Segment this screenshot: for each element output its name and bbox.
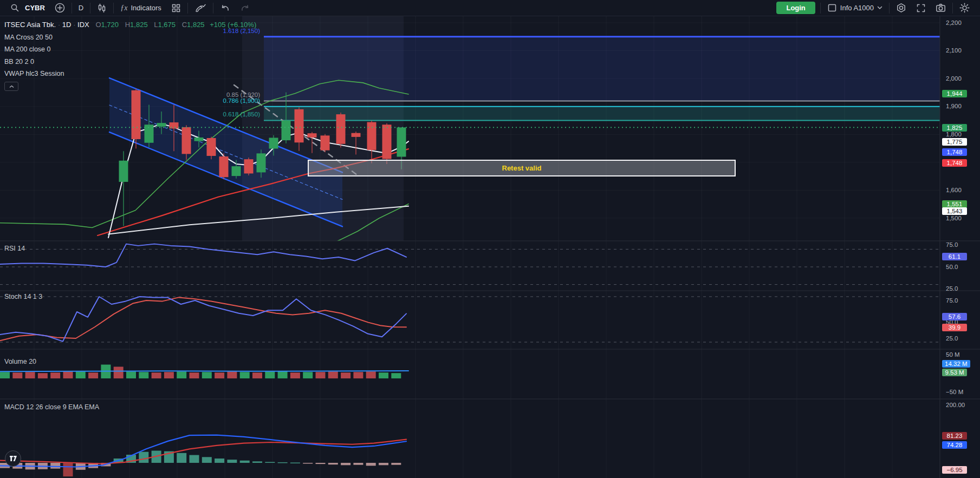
indicator-row-bb[interactable]: BB 20 2 0 (4, 58, 256, 66)
retest-annotation-box[interactable]: Retest valid (308, 160, 736, 176)
axis-label: 75.0 (946, 297, 958, 304)
grid-layout-icon (171, 3, 181, 13)
chart-style-button[interactable] (92, 0, 112, 16)
toolbar-separator (820, 3, 821, 14)
indicator-templates-button[interactable] (166, 0, 186, 16)
price-badge: 1,825 (942, 124, 967, 132)
candle (244, 159, 254, 173)
volume-pane (0, 365, 408, 378)
macd-pane (0, 435, 406, 477)
rsi-pane (0, 244, 940, 285)
candlestick-icon (97, 3, 107, 13)
undo-arrow-icon (220, 4, 230, 12)
price-badge: 81.23 (942, 432, 967, 440)
login-button[interactable]: Login (776, 2, 815, 14)
axis-label: −50 M (946, 389, 963, 395)
fullscreen-icon (916, 3, 926, 13)
axis-label: 1,600 (946, 187, 962, 193)
interval-value[interactable]: 1D (62, 21, 72, 29)
symbol-search-button[interactable]: CYBR (5, 0, 50, 16)
stoch-pane-title[interactable]: Stoch 14 1 3 (4, 293, 42, 300)
price-badge: 9.53 M (942, 369, 967, 376)
candle (367, 122, 377, 150)
indicators-label: Indicators (131, 4, 161, 12)
redo-button[interactable] (235, 0, 255, 16)
price-badge: 1,748 (942, 148, 967, 156)
search-icon (10, 3, 20, 12)
tradingview-logo[interactable] (5, 450, 21, 467)
camera-icon (936, 3, 946, 12)
candle (382, 125, 392, 159)
rsi-pane-title[interactable]: RSI 14 (4, 245, 25, 252)
drawing-tools-button[interactable] (190, 0, 211, 16)
single-layout-icon (827, 3, 837, 12)
axis-label: 50 M (946, 351, 960, 358)
interval-button[interactable]: D (74, 0, 88, 16)
price-badge: 1,748 (942, 159, 967, 167)
toolbar-right-group: Login Info A1000 (776, 0, 975, 16)
candle (232, 166, 241, 176)
redo-arrow-icon (240, 4, 250, 12)
interval-label: D (79, 4, 83, 12)
symbol-info-row[interactable]: ITSEC Asia Tbk.·1D·IDX O1,720 H1,825 L1,… (4, 21, 256, 29)
toolbar-separator (889, 3, 890, 14)
price-badge: −6.95 (942, 466, 967, 474)
candle (397, 127, 406, 156)
axis-label: 75.0 (946, 241, 958, 248)
price-badge: 74.28 (942, 441, 967, 449)
fib-level-label: 0.786 (1,900) (223, 97, 260, 104)
fib-level-label: 0.618 (1,850) (223, 111, 260, 117)
symbol-name[interactable]: ITSEC Asia Tbk. (4, 21, 56, 29)
toolbar-separator (213, 3, 213, 14)
symbol-ticker: CYBR (23, 4, 45, 12)
candle (194, 137, 204, 141)
axis-label: 1,900 (946, 103, 962, 109)
candle (157, 123, 166, 127)
low-value: 1,675 (158, 21, 176, 29)
undo-button[interactable] (215, 0, 235, 16)
fx-icon: ƒx (120, 4, 127, 12)
indicator-row-ma200[interactable]: MA 200 close 0 (4, 45, 256, 53)
axis-label: 1,800 (946, 131, 962, 137)
layout-select[interactable]: Info A1000 (822, 0, 887, 16)
volume-pane-title[interactable]: Volume 20 (4, 358, 36, 365)
plus-circle-icon (55, 3, 65, 13)
snapshot-button[interactable] (931, 0, 951, 16)
macd-pane-title[interactable]: MACD 12 26 close 9 EMA EMA (4, 403, 99, 411)
price-badge: 14.32 M (942, 360, 970, 368)
candle (182, 127, 191, 154)
change-value: +105 (+6.10%) (210, 21, 256, 29)
chevron-up-icon (9, 85, 14, 88)
gear-icon (896, 3, 906, 13)
settings-button[interactable] (891, 0, 911, 16)
compare-add-symbol-button[interactable] (50, 0, 70, 16)
candle (119, 161, 128, 182)
fullscreen-button[interactable] (911, 0, 931, 16)
retest-annotation-text: Retest valid (502, 164, 542, 172)
candle (308, 133, 317, 137)
candle (207, 138, 216, 156)
candle (219, 156, 229, 177)
exchange-name[interactable]: IDX (77, 21, 89, 29)
indicator-row-ma-cross[interactable]: MA Cross 20 50 (4, 34, 256, 41)
theme-toggle-button[interactable] (955, 0, 975, 16)
candle (269, 137, 278, 148)
chevron-down-icon (877, 6, 882, 10)
legend-collapse-button[interactable] (4, 82, 18, 91)
high-value: 1,825 (130, 21, 148, 29)
candle (257, 153, 266, 172)
layout-name: Info A1000 (840, 4, 874, 12)
indicators-button[interactable]: ƒx Indicators (115, 0, 166, 16)
price-badge: 1,551 (942, 200, 967, 208)
axis-label: 25.0 (946, 335, 958, 342)
axis-label: 50.0 (946, 264, 958, 270)
tv-logo-glyph (9, 455, 17, 462)
price-badge: 1,944 (942, 90, 967, 97)
axis-label: 1,500 (946, 215, 962, 221)
indicator-row-vwap[interactable]: VWAP hlc3 Session (4, 70, 256, 77)
price-badge: 39.9 (942, 324, 967, 331)
axis-label: 200.00 (946, 402, 965, 408)
price-badge: 57.6 (942, 313, 967, 320)
toolbar-separator (952, 3, 953, 14)
stoch-pane (0, 297, 940, 342)
